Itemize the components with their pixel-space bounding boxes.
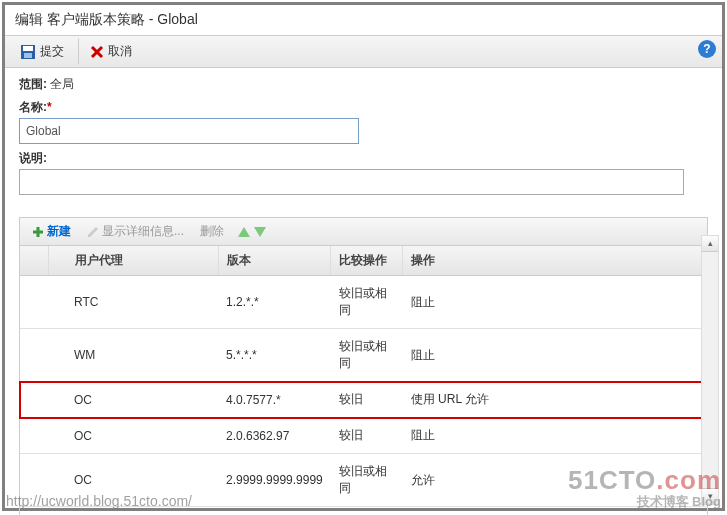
col-agent[interactable]: 用户代理 [48, 246, 218, 276]
cell-blank [20, 382, 48, 418]
plus-icon [32, 226, 44, 238]
table-toolbar: 新建 显示详细信息... 删除 [20, 218, 707, 246]
cell-agent: WM [48, 329, 218, 382]
move-up-button[interactable] [238, 227, 250, 237]
cell-agent: RTC [48, 276, 218, 329]
col-compare[interactable]: 比较操作 [331, 246, 403, 276]
name-label: 名称:* [19, 100, 52, 114]
submit-button[interactable]: 提交 [9, 38, 79, 65]
cell-action: 阻止 [403, 276, 707, 329]
cell-version: 2.9999.9999.9999 [218, 454, 331, 507]
cell-compare: 较旧或相同 [331, 329, 403, 382]
svg-rect-2 [24, 53, 32, 58]
desc-input[interactable] [19, 169, 684, 195]
svg-rect-6 [33, 230, 43, 233]
watermark-logo: 51CTO.com 技术博客 Blog [568, 466, 721, 509]
cell-agent: OC [48, 418, 218, 454]
pencil-icon [87, 226, 99, 238]
move-down-button[interactable] [254, 227, 266, 237]
cell-version: 2.0.6362.97 [218, 418, 331, 454]
table-row[interactable]: OC2.0.6362.97较旧阻止 [20, 418, 707, 454]
table-row[interactable]: OC4.0.7577.*较旧使用 URL 允许 [20, 382, 707, 418]
cell-version: 5.*.*.* [218, 329, 331, 382]
name-input[interactable] [19, 118, 359, 144]
cell-action: 阻止 [403, 418, 707, 454]
cell-blank [20, 276, 48, 329]
scope-value: 全局 [50, 77, 74, 91]
window-title: 编辑 客户端版本策略 - Global [5, 5, 722, 36]
cell-compare: 较旧或相同 [331, 276, 403, 329]
form-area: 范围: 全局 名称:* 说明: [5, 68, 722, 209]
cell-compare: 较旧 [331, 382, 403, 418]
table-row[interactable]: RTC1.2.*.*较旧或相同阻止 [20, 276, 707, 329]
svg-marker-7 [88, 227, 98, 237]
new-button[interactable]: 新建 [26, 221, 77, 242]
svg-rect-1 [23, 46, 33, 51]
cell-compare: 较旧或相同 [331, 507, 403, 516]
col-version[interactable]: 版本 [218, 246, 331, 276]
watermark-url: http://ucworld.blog.51cto.com/ [6, 493, 192, 509]
table-row[interactable]: WM5.*.*.*较旧或相同阻止 [20, 329, 707, 382]
col-blank[interactable] [20, 246, 48, 276]
main-toolbar: 提交 取消 ? [5, 36, 722, 68]
cell-action: 使用 URL 允许 [403, 382, 707, 418]
col-action[interactable]: 操作 [403, 246, 707, 276]
submit-label: 提交 [40, 43, 64, 60]
help-button[interactable]: ? [698, 40, 716, 58]
cell-compare: 较旧 [331, 418, 403, 454]
desc-label: 说明: [19, 151, 47, 165]
delete-button[interactable]: 删除 [194, 221, 230, 242]
cell-blank [20, 418, 48, 454]
cancel-icon [90, 45, 104, 59]
cell-agent: OC [48, 382, 218, 418]
details-button[interactable]: 显示详细信息... [81, 221, 190, 242]
scope-label: 范围: 全局 [19, 77, 74, 91]
save-icon [20, 44, 36, 60]
cell-version: 1.2.*.* [218, 276, 331, 329]
cell-compare: 较旧或相同 [331, 454, 403, 507]
cell-action: 阻止 [403, 329, 707, 382]
cell-blank [20, 329, 48, 382]
cell-version: 3.5.6907.83 [218, 507, 331, 516]
cancel-label: 取消 [108, 43, 132, 60]
cancel-button[interactable]: 取消 [79, 38, 143, 65]
scroll-up-button[interactable]: ▴ [702, 236, 718, 252]
cell-version: 4.0.7577.* [218, 382, 331, 418]
